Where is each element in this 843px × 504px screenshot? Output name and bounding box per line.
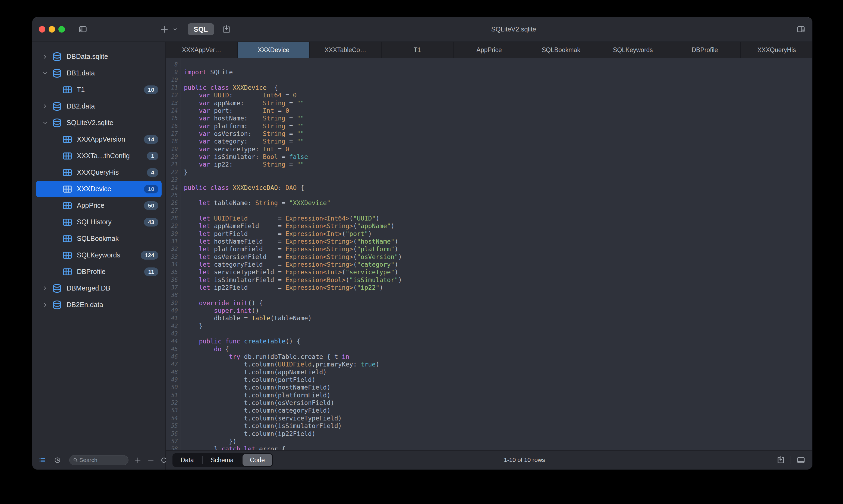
code-text: import SQLite (180, 68, 233, 76)
statusbar-divider (791, 456, 791, 464)
sidebar-table-dbprofile[interactable]: DBProfile11 (36, 264, 161, 280)
tab-xxxappver[interactable]: XXXAppVer… (166, 42, 238, 58)
code-line: 50 t.column(hostNameField) (166, 383, 812, 391)
tab-xxxdevice[interactable]: XXXDevice (238, 42, 310, 58)
segment-code[interactable]: Code (242, 454, 272, 466)
code-text: do { (180, 345, 229, 353)
row-count-badge: 11 (144, 268, 158, 276)
toggle-bottom-panel-icon[interactable] (796, 455, 806, 465)
sidebar-table-sqlkeywords[interactable]: SQLKeywords124 (36, 247, 161, 264)
line-number: 37 (166, 284, 180, 291)
code-text: } (180, 168, 188, 176)
code-line: 31 let hostNameField = Expression<String… (166, 238, 812, 245)
database-icon (51, 101, 63, 112)
code-line: 27 (166, 207, 812, 215)
close-button[interactable] (39, 26, 45, 33)
export-icon[interactable] (222, 24, 231, 34)
export-rows-icon[interactable] (776, 455, 786, 465)
new-item-menu-chevron-icon[interactable] (170, 24, 180, 34)
sidebar-table-sqlhistory[interactable]: SQLHistory43 (36, 214, 161, 230)
code-text: let categoryField = Expression<String>("… (180, 261, 398, 268)
tab-bar: XXXAppVer…XXXDeviceXXXTableCo…T1AppPrice… (166, 42, 812, 58)
tab-dbprofile[interactable]: DBProfile (669, 42, 741, 58)
line-number: 44 (166, 338, 180, 345)
code-text: var appName: String = "" (180, 99, 304, 107)
line-number: 16 (166, 122, 180, 130)
line-number: 9 (166, 68, 180, 76)
line-number: 36 (166, 276, 180, 284)
tab-xxxqueryhis[interactable]: XXXQueryHis (741, 42, 812, 58)
chevron-right-icon (41, 53, 49, 61)
code-text: let tableName: String = "XXXDevice" (180, 199, 330, 207)
line-number: 56 (166, 430, 180, 437)
code-line: 44 public func createTable() { (166, 338, 812, 345)
segment-data[interactable]: Data (172, 453, 202, 467)
line-number: 20 (166, 153, 180, 161)
sidebar-database-db2-data[interactable]: DB2.data (36, 98, 161, 114)
line-number: 49 (166, 376, 180, 383)
list-view-icon[interactable] (37, 455, 47, 465)
line-number: 52 (166, 399, 180, 407)
code-text: let osVersionField = Expression<String>(… (180, 253, 402, 261)
tab-appprice[interactable]: AppPrice (453, 42, 526, 58)
code-text: var category: String = "" (180, 138, 304, 145)
toggle-sidebar-icon[interactable] (78, 24, 88, 34)
database-icon (51, 299, 63, 311)
code-line: 56 t.column(ip22Field) (166, 430, 812, 437)
tab-xxxtableco[interactable]: XXXTableCo… (310, 42, 382, 58)
tab-label: XXXTableCo… (325, 47, 366, 54)
sidebar-table-sqlbookmak[interactable]: SQLBookmak (36, 230, 161, 247)
search-input[interactable] (79, 456, 127, 464)
code-text: t.column(ip22Field) (180, 430, 315, 437)
line-number: 34 (166, 261, 180, 268)
item-label: DB1.data (67, 69, 95, 77)
code-line: 22} (166, 168, 812, 176)
code-line: 47 t.column(UUIDField,primaryKey: true) (166, 360, 812, 368)
sql-editor-button[interactable]: SQL (188, 23, 214, 35)
remove-database-icon[interactable] (146, 455, 156, 465)
search-icon (72, 455, 79, 465)
row-count-badge: 50 (144, 201, 158, 210)
history-icon[interactable] (52, 455, 62, 465)
sidebar-database-dbmerged-db[interactable]: DBMerged.DB (36, 280, 161, 296)
new-item-icon[interactable] (159, 24, 169, 34)
sidebar-table-xxxqueryhis[interactable]: XXXQueryHis4 (36, 164, 161, 181)
code-text: public func createTable() { (180, 338, 300, 345)
code-text: var ip22: String = "" (180, 161, 304, 168)
window-title: SQLiteV2.sqlite (231, 25, 796, 33)
window-controls (39, 26, 65, 33)
code-text: } catch let error { (180, 445, 286, 450)
minimize-button[interactable] (49, 26, 55, 33)
zoom-button[interactable] (58, 26, 65, 33)
sidebar-table-xxxdevice[interactable]: XXXDevice10 (36, 181, 161, 197)
code-editor[interactable]: 89import SQLite1011public class XXXDevic… (166, 58, 812, 450)
sidebar-table-appprice[interactable]: AppPrice50 (36, 197, 161, 214)
sidebar-database-db1-data[interactable]: DB1.data (36, 65, 161, 82)
code-line: 33 let osVersionField = Expression<Strin… (166, 253, 812, 261)
line-number: 26 (166, 199, 180, 207)
sidebar-table-xxxta-thconfig[interactable]: XXXTa…thConfig1 (36, 147, 161, 164)
row-count-badge: 4 (147, 168, 158, 177)
add-database-icon[interactable] (133, 455, 142, 465)
line-number: 12 (166, 91, 180, 99)
sidebar-table-t1[interactable]: T110 (36, 82, 161, 98)
tab-label: AppPrice (476, 47, 502, 54)
row-count-badge: 124 (141, 251, 158, 259)
tab-sqlbookmak[interactable]: SQLBookmak (525, 42, 597, 58)
sidebar-database-sqlitev2-sqlite[interactable]: SQLiteV2.sqlite (36, 114, 161, 131)
toggle-right-panel-icon[interactable] (796, 24, 806, 34)
sidebar-database-db2en-data[interactable]: DB2En.data (36, 296, 161, 313)
segment-schema[interactable]: Schema (203, 453, 242, 467)
tab-t1[interactable]: T1 (382, 42, 453, 58)
code-line: 52 t.column(osVersionField) (166, 399, 812, 407)
code-line: 34 let categoryField = Expression<String… (166, 261, 812, 268)
search-field[interactable] (69, 455, 128, 465)
app-window: SQL SQLiteV2.sqlite DBData.sqliteDB1.dat… (32, 17, 813, 470)
tab-sqlkeywords[interactable]: SQLKeywords (597, 42, 669, 58)
code-text: var osVersion: String = "" (180, 130, 304, 138)
line-number: 23 (166, 176, 180, 184)
sidebar-database-dbdata-sqlite[interactable]: DBData.sqlite (36, 48, 161, 65)
line-number: 41 (166, 314, 180, 322)
line-number: 45 (166, 345, 180, 353)
sidebar-table-xxxappversion[interactable]: XXXAppVersion14 (36, 131, 161, 147)
